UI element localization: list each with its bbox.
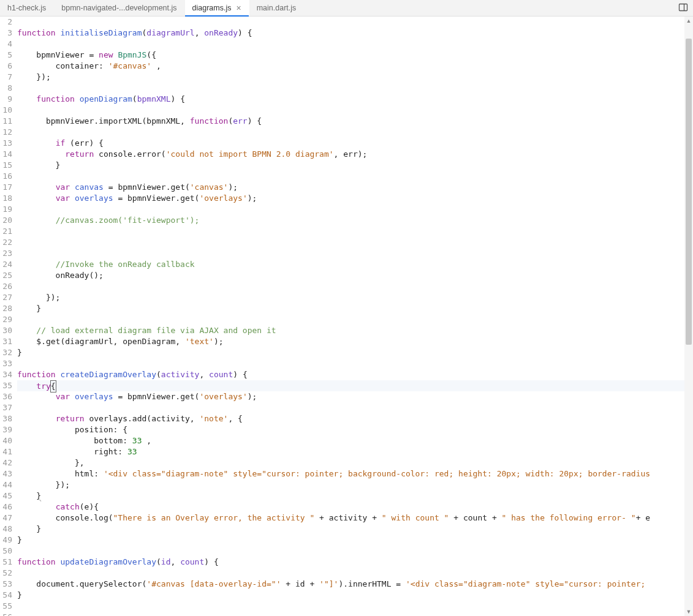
line-number: 53 (0, 579, 15, 590)
code-line[interactable]: position: { (17, 424, 693, 435)
line-number: 26 (0, 281, 15, 292)
code-line[interactable] (17, 39, 693, 50)
code-line[interactable]: //canvas.zoom('fit-viewport'); (17, 215, 693, 226)
code-line[interactable] (17, 248, 693, 259)
code-line[interactable]: function initialiseDiagram(diagramUrl, o… (17, 28, 693, 39)
code-area[interactable]: function initialiseDiagram(diagramUrl, o… (15, 17, 693, 616)
code-line[interactable] (17, 402, 693, 413)
code-line[interactable]: if (err) { (17, 138, 693, 149)
code-line[interactable] (17, 226, 693, 237)
code-line[interactable]: function createDiagramOverlay(activity, … (17, 369, 693, 380)
code-line[interactable]: //Invoke the onReady callback (17, 259, 693, 270)
vertical-scrollbar[interactable]: ▲ ▼ (684, 17, 693, 616)
code-line[interactable]: }); (17, 292, 693, 303)
code-line[interactable]: var canvas = bpmnViewer.get('canvas'); (17, 182, 693, 193)
line-number: 7 (0, 72, 15, 83)
line-number: 28 (0, 303, 15, 314)
line-number: 30 (0, 325, 15, 336)
code-line[interactable] (17, 171, 693, 182)
code-line[interactable]: bottom: 33 , (17, 435, 693, 446)
line-number: 35 (0, 380, 15, 391)
line-number: 45 (0, 490, 15, 501)
code-line[interactable]: console.log("There is an Overlay error, … (17, 513, 693, 524)
line-number: 20 (0, 215, 15, 226)
code-line[interactable] (17, 105, 693, 116)
line-number: 55 (0, 601, 15, 612)
code-line[interactable]: var overlays = bpmnViewer.get('overlays'… (17, 193, 693, 204)
code-line[interactable] (17, 83, 693, 94)
code-line[interactable]: bpmnViewer.importXML(bpmnXML, function(e… (17, 116, 693, 127)
line-number: 44 (0, 479, 15, 490)
line-gutter: 2345678910111213141516171819202122232425… (0, 17, 15, 616)
line-number: 49 (0, 535, 15, 546)
code-line[interactable] (17, 127, 693, 138)
scroll-up-icon[interactable]: ▲ (684, 17, 693, 25)
line-number: 15 (0, 160, 15, 171)
line-number: 2 (0, 17, 15, 28)
code-line[interactable]: right: 33 (17, 446, 693, 457)
svg-rect-0 (680, 4, 687, 11)
code-line[interactable]: $.get(diagramUrl, openDiagram, 'text'); (17, 336, 693, 347)
line-number: 34 (0, 369, 15, 380)
line-number: 21 (0, 226, 15, 237)
line-number: 37 (0, 402, 15, 413)
code-line[interactable]: return console.error('could not import B… (17, 149, 693, 160)
code-line[interactable]: bpmnViewer = new BpmnJS({ (17, 50, 693, 61)
code-line[interactable]: }); (17, 479, 693, 490)
panel-toggle-icon[interactable] (678, 2, 689, 13)
line-number: 3 (0, 28, 15, 39)
code-line[interactable] (17, 204, 693, 215)
code-line[interactable] (17, 612, 693, 616)
code-line[interactable] (17, 358, 693, 369)
line-number: 42 (0, 457, 15, 468)
code-line[interactable]: try{ (17, 380, 693, 391)
code-line[interactable] (17, 601, 693, 612)
line-number: 24 (0, 259, 15, 270)
code-line[interactable]: var overlays = bpmnViewer.get('overlays'… (17, 391, 693, 402)
line-number: 25 (0, 270, 15, 281)
code-line[interactable]: } (17, 524, 693, 535)
code-line[interactable]: document.querySelector('#canvas [data-ov… (17, 579, 693, 590)
code-line[interactable] (17, 281, 693, 292)
code-line[interactable]: container: '#canvas' , (17, 61, 693, 72)
code-line[interactable] (17, 568, 693, 579)
code-line[interactable]: function updateDiagramOverlay(id, count)… (17, 557, 693, 568)
code-line[interactable]: } (17, 160, 693, 171)
code-line[interactable]: } (17, 590, 693, 601)
code-line[interactable] (17, 314, 693, 325)
close-icon[interactable]: × (236, 4, 241, 12)
editor[interactable]: 2345678910111213141516171819202122232425… (0, 17, 693, 616)
code-line[interactable]: function openDiagram(bpmnXML) { (17, 94, 693, 105)
code-line[interactable]: html: '<div class="diagram-note" style="… (17, 468, 693, 479)
code-line[interactable]: } (17, 535, 693, 546)
code-line[interactable]: } (17, 303, 693, 314)
code-line[interactable]: }); (17, 72, 693, 83)
code-line[interactable] (17, 546, 693, 557)
line-number: 10 (0, 105, 15, 116)
line-number: 54 (0, 590, 15, 601)
tab-label: bpmn-navigated-...development.js (61, 4, 176, 12)
scroll-down-icon[interactable]: ▼ (684, 607, 693, 616)
line-number: 41 (0, 446, 15, 457)
tab-diagrams-js[interactable]: diagrams.js× (185, 0, 249, 16)
code-line[interactable]: // load external diagram file via AJAX a… (17, 325, 693, 336)
line-number: 5 (0, 50, 15, 61)
code-line[interactable]: } (17, 347, 693, 358)
tab-bar: h1-check.jsbpmn-navigated-...development… (0, 0, 693, 17)
code-line[interactable]: }, (17, 457, 693, 468)
tab-bpmn-navigated-development-js[interactable]: bpmn-navigated-...development.js (54, 0, 184, 16)
line-number: 32 (0, 347, 15, 358)
scrollbar-thumb[interactable] (686, 39, 692, 345)
tab-h1-check-js[interactable]: h1-check.js (0, 0, 54, 16)
code-line[interactable] (17, 237, 693, 248)
code-line[interactable]: onReady(); (17, 270, 693, 281)
line-number: 17 (0, 182, 15, 193)
line-number: 12 (0, 127, 15, 138)
line-number: 9 (0, 94, 15, 105)
code-line[interactable] (17, 17, 693, 28)
code-line[interactable]: } (17, 490, 693, 501)
tab-main-dart-js[interactable]: main.dart.js (249, 0, 305, 16)
code-line[interactable]: return overlays.add(activity, 'note', { (17, 413, 693, 424)
line-number: 23 (0, 248, 15, 259)
code-line[interactable]: catch(e){ (17, 501, 693, 513)
